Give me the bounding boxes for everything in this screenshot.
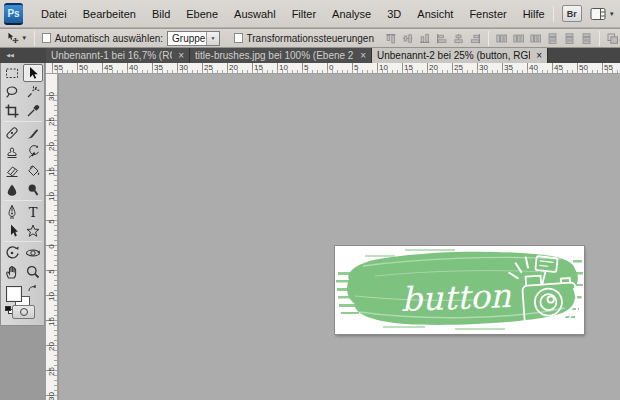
- type-icon: T: [25, 204, 41, 220]
- pen-tool[interactable]: [2, 203, 22, 221]
- document-tab[interactable]: Unbenannt-2 bei 25% (button, RGB/8) *×: [372, 48, 548, 63]
- menu-item-auswahl[interactable]: Auswahl: [226, 5, 284, 23]
- move-tool[interactable]: [23, 64, 43, 82]
- hand-tool[interactable]: [2, 263, 22, 281]
- swap-colors-icon[interactable]: [27, 284, 37, 294]
- close-icon[interactable]: ×: [536, 51, 542, 61]
- align-top-edges-icon[interactable]: [383, 31, 398, 46]
- lasso-tool[interactable]: [2, 83, 22, 101]
- align-horizontal-centers-icon[interactable]: [451, 31, 466, 46]
- menu-item-ansicht[interactable]: Ansicht: [409, 5, 461, 23]
- divider: [3, 200, 42, 201]
- distribute-bottom-edges-icon[interactable]: [528, 31, 543, 46]
- lasso-icon: [4, 84, 20, 100]
- menu-item-analyse[interactable]: Analyse: [324, 5, 379, 23]
- menu-item-filter[interactable]: Filter: [284, 5, 324, 23]
- menu-item-hilfe[interactable]: Hilfe: [515, 5, 553, 23]
- crop-tool[interactable]: [2, 102, 22, 120]
- healing-brush-tool[interactable]: [2, 124, 22, 142]
- distribute-right-edges-icon[interactable]: [579, 31, 594, 46]
- menu-item-ebene[interactable]: Ebene: [178, 5, 226, 23]
- tab-title: title-brushes.jpg bei 100% (Ebene 2, RGB…: [195, 50, 354, 61]
- ruler-label: 5: [304, 63, 308, 72]
- gradient-tool[interactable]: [23, 162, 43, 180]
- type-tool[interactable]: T: [23, 203, 43, 221]
- ruler-label: 35: [154, 63, 163, 72]
- auto-select-label: Automatisch auswählen:: [55, 33, 163, 44]
- align-left-edges-icon[interactable]: [434, 31, 449, 46]
- menu-item-bild[interactable]: Bild: [144, 5, 178, 23]
- dodge-tool[interactable]: [23, 181, 43, 199]
- transform-controls-checkbox[interactable]: [234, 33, 243, 43]
- menu-item-bearbeiten[interactable]: Bearbeiten: [75, 5, 144, 23]
- ruler-label: 40: [529, 63, 538, 72]
- brush-tool[interactable]: [23, 124, 43, 142]
- align-buttons: [383, 31, 620, 46]
- distribute-left-edges-icon[interactable]: [545, 31, 560, 46]
- eyedropper-icon: [25, 103, 41, 119]
- magic-wand-tool[interactable]: [23, 83, 43, 101]
- photoshop-window: Ps DateiBearbeitenBildEbeneAuswahlFilter…: [0, 0, 620, 400]
- svg-text:T: T: [29, 204, 38, 219]
- ruler-label: 10: [46, 289, 57, 303]
- custom-shape-tool[interactable]: [23, 222, 43, 240]
- gradient-icon: [25, 163, 41, 179]
- ruler-label: 20: [46, 339, 57, 353]
- ruler-label: 15: [46, 314, 57, 328]
- collapse-panel-icon[interactable]: ◀◀: [3, 50, 17, 60]
- document-tab[interactable]: Unbenannt-1 bei 16,7% (RGB/8) *×: [46, 48, 190, 63]
- tab-title: Unbenannt-1 bei 16,7% (RGB/8) *: [51, 50, 172, 61]
- document-artwork: button: [335, 246, 584, 334]
- horizontal-ruler[interactable]: 5550454035302520151050510152025303540455…: [46, 63, 620, 74]
- distribute-top-edges-icon[interactable]: [494, 31, 509, 46]
- clone-stamp-tool[interactable]: [2, 143, 22, 161]
- eraser-tool[interactable]: [2, 162, 22, 180]
- quick-mask-button[interactable]: [12, 305, 35, 319]
- vertical-ruler[interactable]: 30252015105051015202530: [46, 74, 58, 400]
- foreground-color-swatch[interactable]: [6, 286, 22, 302]
- menu-item-3d[interactable]: 3D: [379, 5, 409, 23]
- align-bottom-edges-icon[interactable]: [417, 31, 432, 46]
- divider: [3, 241, 42, 242]
- bridge-button[interactable]: Br: [562, 5, 582, 22]
- blur-tool[interactable]: [2, 181, 22, 199]
- distribute-horizontal-centers-icon[interactable]: [562, 31, 577, 46]
- document-tab[interactable]: title-brushes.jpg bei 100% (Ebene 2, RGB…: [190, 48, 372, 63]
- hand-icon: [4, 264, 20, 280]
- history-brush-tool[interactable]: [23, 143, 43, 161]
- workspace-switcher[interactable]: ▼: [590, 6, 615, 22]
- close-icon[interactable]: ×: [178, 51, 184, 61]
- auto-select-dropdown[interactable]: Gruppe ▼: [167, 31, 220, 46]
- ruler-label: 55: [604, 63, 613, 72]
- ruler-label: 25: [204, 63, 213, 72]
- clone-stamp-icon: [4, 144, 20, 160]
- eyedropper-tool[interactable]: [23, 102, 43, 120]
- chevron-down-icon[interactable]: ▼: [21, 35, 27, 41]
- auto-align-layers-icon[interactable]: [605, 31, 620, 46]
- transform-controls-label: Transformationssteuerungen: [247, 33, 374, 44]
- menu-item-fenster[interactable]: Fenster: [461, 5, 514, 23]
- document-canvas[interactable]: button: [335, 246, 584, 334]
- menu-items: DateiBearbeitenBildEbeneAuswahlFilterAna…: [33, 5, 553, 23]
- pen-icon: [4, 204, 20, 220]
- zoom-tool[interactable]: [23, 263, 43, 281]
- align-right-edges-icon[interactable]: [468, 31, 483, 46]
- path-selection-tool[interactable]: [2, 222, 22, 240]
- blur-icon: [4, 182, 20, 198]
- canvas-area[interactable]: button: [59, 74, 620, 400]
- rectangular-marquee-tool[interactable]: [2, 64, 22, 82]
- auto-select-checkbox[interactable]: [42, 33, 51, 43]
- 3d-orbit-tool[interactable]: [23, 244, 43, 262]
- ruler-label: 0: [46, 239, 57, 253]
- 3d-rotate-tool[interactable]: [2, 244, 22, 262]
- distribute-vertical-centers-icon[interactable]: [511, 31, 526, 46]
- document-tab-bar: ◀◀ Unbenannt-1 bei 16,7% (RGB/8) *×title…: [0, 48, 620, 63]
- close-icon[interactable]: ×: [360, 51, 366, 61]
- ruler-label: 20: [429, 63, 438, 72]
- ruler-label: 30: [179, 63, 188, 72]
- auto-select-value: Gruppe: [168, 33, 206, 44]
- ruler-label: 30: [479, 63, 488, 72]
- history-brush-icon: [25, 144, 41, 160]
- menu-item-datei[interactable]: Datei: [33, 5, 75, 23]
- align-vertical-centers-icon[interactable]: [400, 31, 415, 46]
